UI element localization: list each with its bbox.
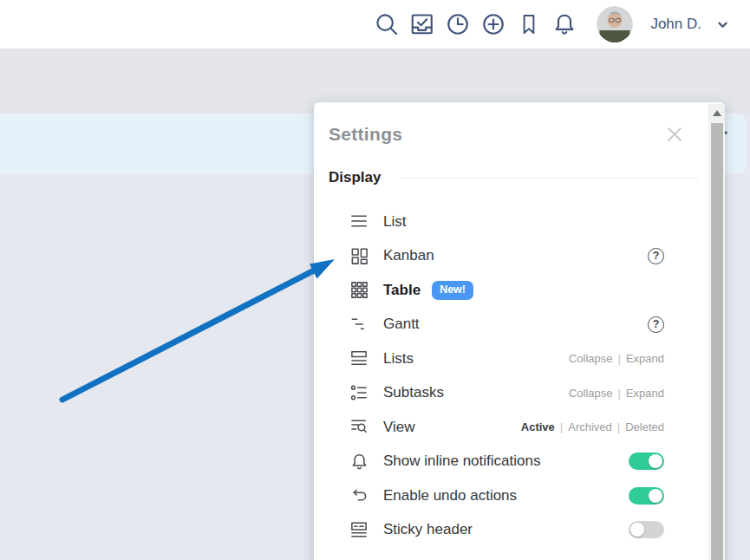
- help-icon[interactable]: ?: [648, 248, 664, 264]
- expand-link[interactable]: Expand: [626, 352, 664, 365]
- settings-row-undo-actions[interactable]: Enable undo actions: [349, 479, 664, 513]
- settings-row-gantt[interactable]: Gantt ?: [349, 308, 664, 342]
- pipe-separator: |: [560, 420, 563, 433]
- bookmark-icon[interactable]: [515, 11, 542, 38]
- settings-row-list[interactable]: List: [349, 205, 664, 239]
- list-view-icon: [349, 212, 369, 232]
- collapse-link[interactable]: Collapse: [569, 352, 613, 365]
- row-label: Kanban: [383, 247, 434, 264]
- notifications-icon[interactable]: [551, 11, 577, 38]
- close-icon[interactable]: [666, 126, 683, 143]
- filter-active[interactable]: Active: [521, 420, 555, 433]
- pipe-separator: |: [618, 387, 621, 400]
- undo-icon: [349, 485, 369, 506]
- avatar[interactable]: [597, 6, 633, 42]
- display-section-header: Display: [329, 168, 699, 187]
- row-label: Lists: [383, 350, 414, 368]
- scrollbar-thumb[interactable]: [711, 123, 723, 560]
- undo-actions-toggle[interactable]: [629, 487, 664, 505]
- section-title: Display: [329, 169, 381, 186]
- top-header: John D.: [0, 0, 750, 49]
- settings-row-subtasks[interactable]: Subtasks Collapse | Expand: [349, 376, 664, 411]
- settings-rows: List Kanban ? Table New!: [349, 205, 664, 547]
- recent-icon[interactable]: [444, 11, 471, 38]
- user-name[interactable]: John D.: [650, 16, 701, 33]
- row-label: Table: [383, 282, 421, 299]
- new-badge: New!: [432, 281, 473, 300]
- filter-deleted[interactable]: Deleted: [625, 420, 664, 433]
- row-label: Sticky header: [383, 521, 473, 538]
- kanban-icon: [349, 245, 369, 266]
- app-window: John D. Add List Add Task: [0, 0, 750, 560]
- panel-scrollbar: [708, 104, 725, 560]
- chevron-down-icon[interactable]: [716, 18, 729, 31]
- settings-row-view[interactable]: View Active | Archived | Deleted: [349, 410, 664, 445]
- section-divider: [401, 178, 699, 179]
- settings-row-sticky-header[interactable]: Sticky header: [349, 513, 664, 548]
- gantt-icon: [349, 314, 369, 335]
- task-inbox-icon[interactable]: [408, 11, 435, 38]
- lists-icon: [349, 348, 369, 369]
- settings-row-kanban[interactable]: Kanban ?: [349, 239, 664, 274]
- sticky-header-icon: [349, 519, 369, 540]
- pipe-separator: |: [617, 420, 620, 433]
- pipe-separator: |: [618, 352, 621, 365]
- inline-notifications-toggle[interactable]: [629, 453, 664, 470]
- table-icon: [349, 280, 369, 301]
- row-label: Gantt: [383, 316, 420, 333]
- scroll-up-button[interactable]: [709, 104, 725, 121]
- subtasks-icon: [349, 382, 369, 403]
- panel-title: Settings: [329, 124, 402, 145]
- filter-archived[interactable]: Archived: [568, 420, 612, 433]
- sticky-header-toggle[interactable]: [629, 521, 664, 538]
- row-label: List: [383, 213, 406, 231]
- row-label: Enable undo actions: [383, 487, 517, 505]
- settings-panel: Settings Display List Kanban ?: [314, 102, 725, 560]
- help-icon[interactable]: ?: [648, 316, 664, 333]
- settings-row-inline-notifications[interactable]: Show inline notifications: [349, 445, 664, 479]
- search-icon[interactable]: [373, 11, 400, 38]
- row-label: Subtasks: [383, 384, 444, 401]
- view-filter-icon: [349, 417, 369, 438]
- settings-row-table[interactable]: Table New!: [349, 273, 664, 308]
- bell-icon: [349, 451, 369, 472]
- add-icon[interactable]: [479, 11, 506, 38]
- collapse-link[interactable]: Collapse: [569, 387, 613, 400]
- scroll-up-icon: [713, 110, 721, 116]
- row-label: Show inline notifications: [383, 453, 540, 470]
- row-label: View: [383, 419, 415, 436]
- expand-link[interactable]: Expand: [626, 387, 664, 400]
- settings-row-lists[interactable]: Lists Collapse | Expand: [349, 342, 664, 376]
